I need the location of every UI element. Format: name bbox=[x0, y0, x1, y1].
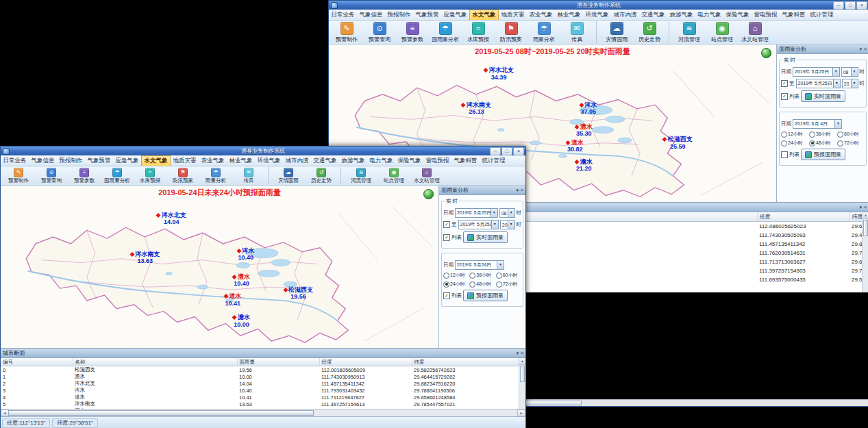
forecast-list-checkbox[interactable] bbox=[781, 151, 788, 158]
scrollbar-thumb[interactable] bbox=[8, 410, 314, 416]
menu-tab[interactable]: 气象信息 bbox=[357, 10, 385, 20]
panel-menu-icon[interactable]: ▾ bbox=[859, 205, 862, 210]
toolbar-button[interactable]: ≡ 预警参数 bbox=[68, 167, 101, 184]
menu-tab[interactable]: 雷电预报 bbox=[752, 10, 780, 20]
table-row[interactable]: 1 澹水 10.00 111.743030950913 29.464415729… bbox=[1, 373, 519, 380]
toolbar-button[interactable]: ☂ 雨量分析 bbox=[199, 167, 232, 184]
duration-radio[interactable]: 36小时 bbox=[809, 131, 836, 138]
station-marker[interactable]: 澹水 21.20 bbox=[575, 158, 593, 173]
menu-tab[interactable]: 交通气象 bbox=[639, 10, 667, 20]
panel-close-icon[interactable]: × bbox=[864, 205, 867, 210]
forecast-date-combo[interactable]: 2019年 5月24日▾ bbox=[455, 260, 504, 270]
forecast-rainfall-button[interactable]: 预报面雨量 bbox=[463, 290, 508, 301]
table-row[interactable]: 0 松滋西支 19.56 112.001605605009 29.5822567… bbox=[1, 366, 519, 374]
menu-tab[interactable]: 林业气象 bbox=[555, 10, 583, 20]
duration-radio[interactable]: 60小时 bbox=[837, 131, 865, 138]
station-marker[interactable]: 涔水南支 13.63 bbox=[130, 251, 160, 265]
station-marker[interactable]: 涔水 10.40 bbox=[237, 247, 254, 262]
toolbar-button[interactable]: ⊙ 预警查询 bbox=[35, 167, 68, 184]
scrollbar-thumb[interactable] bbox=[520, 366, 525, 382]
column-header[interactable]: 纬度 bbox=[412, 358, 519, 366]
station-marker[interactable]: 涔水北支 34.39 bbox=[484, 66, 514, 81]
station-marker[interactable]: 道水 30.82 bbox=[567, 139, 584, 153]
realtime-rainfall-button[interactable]: 实时面雨量 bbox=[801, 90, 845, 102]
toolbar-button[interactable]: ☁ 灾情面雨 bbox=[272, 167, 305, 184]
forecast-date-combo[interactable]: 2019年 6月 4日▾ bbox=[793, 119, 842, 129]
vertical-scrollbar[interactable]: ▲ bbox=[862, 212, 868, 292]
toolbar-button[interactable]: ☂ 雨量分析 bbox=[528, 21, 560, 43]
toolbar-button[interactable]: ✉ 传真 bbox=[560, 21, 597, 43]
table-row[interactable]: 5 涔水南支 13.63 111.397257154613 29.7854475… bbox=[1, 401, 519, 407]
menu-tab[interactable]: 日常业务 bbox=[329, 10, 357, 20]
toolbar-button[interactable]: ☂ 面雨量分析 bbox=[101, 167, 134, 184]
toolbar-button[interactable]: ☁ 灾情面雨 bbox=[600, 21, 633, 43]
start-hour-combo[interactable]: 08▾ bbox=[499, 208, 515, 218]
end-date-combo[interactable]: 2019年 5月25日▾ bbox=[458, 220, 499, 229]
table-row[interactable]: 2 涔水北支 14.04 111.457135411342 29.8823475… bbox=[1, 380, 519, 387]
panel-close-icon[interactable]: × bbox=[521, 351, 523, 356]
toolbar-button[interactable]: ⚑ 防汛预案 bbox=[495, 21, 528, 43]
toolbar-button[interactable]: ⚑ 防汛预案 bbox=[166, 167, 199, 184]
panel-close-icon[interactable]: × bbox=[864, 47, 867, 52]
realtime-rainfall-button[interactable]: 实时面雨量 bbox=[463, 231, 508, 243]
column-header[interactable]: 编号 bbox=[1, 358, 73, 366]
close-button[interactable]: × bbox=[513, 147, 524, 155]
menu-tab[interactable]: 城市内涝 bbox=[283, 155, 311, 166]
duration-radio[interactable]: 36小时 bbox=[469, 272, 495, 279]
duration-radio[interactable]: 12小时 bbox=[781, 131, 808, 138]
duration-radio[interactable]: 72小时 bbox=[496, 281, 521, 288]
menu-tab[interactable]: 保险气象 bbox=[723, 10, 752, 20]
toolbar-button[interactable]: ≈ 水库预报 bbox=[462, 21, 495, 43]
station-marker[interactable]: 涔水南支 26.13 bbox=[462, 101, 491, 116]
menu-tab[interactable]: 旅游气象 bbox=[667, 10, 695, 20]
duration-radio[interactable]: 24小时 bbox=[781, 140, 808, 147]
station-marker[interactable]: 澧水 35.30 bbox=[575, 123, 593, 138]
toolbar-button[interactable]: ≋ 河流管理 bbox=[345, 167, 377, 184]
menu-tab[interactable]: 气象信息 bbox=[29, 155, 57, 166]
menu-tab[interactable]: 日常业务 bbox=[1, 155, 29, 166]
start-hour-combo[interactable]: 08▾ bbox=[841, 67, 858, 77]
column-header[interactable]: 面雨量 bbox=[237, 358, 319, 366]
end-time-checkbox[interactable]: ✓ bbox=[443, 221, 450, 228]
panel-menu-icon[interactable]: ▾ bbox=[859, 47, 862, 52]
toolbar-button[interactable]: ↺ 历史走势 bbox=[305, 167, 341, 184]
list-checkbox[interactable]: ✓ bbox=[781, 93, 788, 100]
menu-tab[interactable]: 应急气象 bbox=[113, 155, 141, 166]
forecast-list-checkbox[interactable]: ✓ bbox=[443, 292, 450, 299]
station-marker[interactable]: 道水 10.41 bbox=[224, 292, 241, 307]
menu-tab[interactable]: 地质灾害 bbox=[171, 155, 199, 166]
menu-tab[interactable]: 雷电预报 bbox=[423, 155, 451, 166]
end-hour-combo[interactable]: 20▾ bbox=[500, 220, 515, 229]
forecast-rainfall-button[interactable]: 预报面雨量 bbox=[801, 149, 845, 160]
end-time-checkbox[interactable]: ✓ bbox=[781, 80, 788, 87]
menu-tab[interactable]: 旅游气象 bbox=[339, 155, 367, 166]
menu-tab[interactable]: 地质灾害 bbox=[499, 10, 527, 20]
list-checkbox[interactable]: ✓ bbox=[443, 234, 450, 241]
scrollbar-thumb[interactable] bbox=[863, 220, 868, 236]
toolbar-button[interactable]: ◉ 站点管理 bbox=[377, 167, 410, 184]
menu-tab[interactable]: 电力气象 bbox=[367, 155, 395, 166]
menu-tab[interactable]: 环境气象 bbox=[583, 10, 611, 20]
table-row[interactable]: 3 涔水 10.40 111.793031403432 29.788041190… bbox=[1, 387, 519, 394]
minimize-button[interactable]: ─ bbox=[490, 147, 501, 155]
duration-radio[interactable]: 48小时 bbox=[469, 281, 495, 288]
scroll-right-icon[interactable]: ► bbox=[517, 410, 525, 416]
station-marker[interactable]: 松滋西支 25.59 bbox=[663, 136, 693, 150]
minimize-button[interactable]: ─ bbox=[833, 1, 844, 10]
start-date-combo[interactable]: 2019年 5月25日▾ bbox=[455, 208, 498, 218]
duration-radio[interactable]: 12小时 bbox=[443, 272, 469, 279]
menu-tab[interactable]: 气象预警 bbox=[413, 10, 441, 20]
menu-tab[interactable]: 预报制作 bbox=[385, 10, 413, 20]
menu-tab[interactable]: 农业气象 bbox=[527, 10, 555, 20]
menu-tab[interactable]: 气象科普 bbox=[780, 10, 808, 20]
toolbar-button[interactable]: ◉ 站点管理 bbox=[706, 21, 739, 43]
table-row[interactable]: 4 道水 10.41 111.711219647827 29.658601248… bbox=[1, 394, 519, 401]
toolbar-button[interactable]: ↺ 历史走势 bbox=[633, 21, 669, 43]
station-marker[interactable]: 涔水 37.05 bbox=[580, 101, 597, 116]
menu-tab[interactable]: 电力气象 bbox=[695, 10, 723, 20]
map-area[interactable]: 2019-05-24日未来24小时预报面雨量 涔水北支 14.04 涔水南支 1… bbox=[1, 186, 439, 348]
station-marker[interactable]: 涔水北支 14.04 bbox=[157, 212, 186, 226]
titlebar[interactable]: 澧县业务制作系统 ─ □ × bbox=[1, 147, 525, 155]
toolbar-button[interactable]: ☂ 面雨量分析 bbox=[429, 21, 462, 43]
scroll-up-icon[interactable]: ▲ bbox=[863, 212, 868, 219]
